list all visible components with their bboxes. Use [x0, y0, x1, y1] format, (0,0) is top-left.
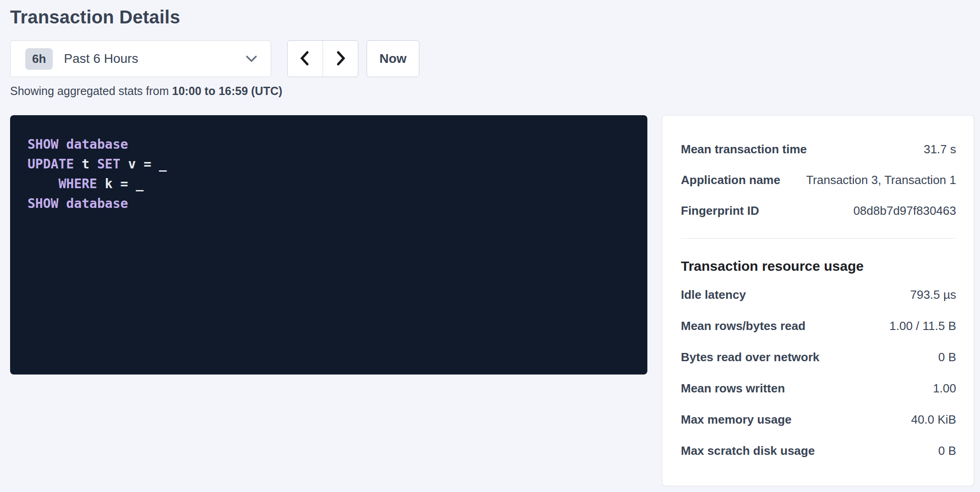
- sql-token: v = _: [120, 157, 167, 172]
- summary-row-label: Fingerprint ID: [681, 204, 768, 218]
- chevron-right-icon: [334, 50, 347, 68]
- summary-row-value: 08d8b7d97f830463: [853, 204, 956, 218]
- time-range-dropdown[interactable]: 6h Past 6 Hours: [10, 40, 271, 77]
- next-range-button[interactable]: [323, 41, 358, 77]
- summary-row-value: 31.7 s: [924, 142, 956, 157]
- resource-row-label: Max scratch disk usage: [681, 444, 824, 458]
- summary-row-mean-transaction-time: Mean transaction time 31.7 s: [681, 134, 956, 165]
- card-divider: [681, 238, 956, 239]
- resource-row-max-memory-usage: Max memory usage 40.0 KiB: [681, 404, 956, 435]
- sql-token: database: [66, 196, 128, 211]
- resource-row-mean-rows-bytes-read: Mean rows/bytes read 1.00 / 11.5 B: [681, 310, 956, 341]
- sql-token: WHERE: [58, 176, 97, 191]
- sql-token: SET: [97, 157, 121, 172]
- chevron-left-icon: [299, 50, 312, 68]
- sql-token: SHOW: [28, 137, 58, 152]
- sql-token: database: [66, 137, 128, 152]
- transaction-summary-card: Mean transaction time 31.7 s Application…: [662, 115, 974, 486]
- summary-row-value: Transaction 3, Transaction 1: [806, 173, 956, 187]
- stats-line-prefix: Showing aggregated stats from: [10, 84, 172, 97]
- resource-row-value: 0 B: [938, 444, 956, 458]
- sql-token: k = _: [97, 176, 144, 191]
- resource-usage-heading: Transaction resource usage: [681, 258, 956, 274]
- now-button[interactable]: Now: [367, 40, 419, 77]
- time-range-step-group: [287, 40, 358, 77]
- resource-row-max-scratch-disk-usage: Max scratch disk usage 0 B: [681, 435, 956, 466]
- resource-row-label: Mean rows/bytes read: [681, 319, 815, 333]
- resource-row-idle-latency: Idle latency 793.5 µs: [681, 279, 956, 310]
- resource-row-value: 40.0 KiB: [911, 413, 956, 427]
- resource-row-label: Bytes read over network: [681, 350, 829, 364]
- sql-statement-box: SHOW database UPDATE t SET v = _ WHERE k…: [10, 115, 647, 375]
- resource-row-label: Max memory usage: [681, 413, 801, 427]
- chevron-down-icon: [245, 55, 258, 63]
- resource-row-label: Idle latency: [681, 288, 755, 302]
- resource-row-value: 1.00 / 11.5 B: [889, 319, 956, 333]
- sql-token: [58, 137, 66, 152]
- resource-row-value: 793.5 µs: [910, 288, 956, 302]
- resource-row-label: Mean rows written: [681, 381, 794, 396]
- sql-token: [28, 176, 58, 191]
- sql-token: [58, 196, 66, 211]
- time-picker-row: 6h Past 6 Hours Now: [10, 40, 974, 77]
- time-range-badge: 6h: [25, 48, 53, 70]
- sql-statement-text: SHOW database UPDATE t SET v = _ WHERE k…: [28, 134, 634, 213]
- prev-range-button[interactable]: [288, 41, 323, 77]
- sql-token: SHOW: [28, 196, 58, 211]
- resource-row-mean-rows-written: Mean rows written 1.00: [681, 373, 956, 404]
- resource-row-value: 1.00: [933, 381, 956, 396]
- summary-row-label: Mean transaction time: [681, 142, 816, 157]
- summary-row-label: Application name: [681, 173, 790, 187]
- sql-token: UPDATE: [28, 157, 74, 172]
- time-range-label: Past 6 Hours: [64, 51, 138, 66]
- sql-token: t: [74, 157, 97, 172]
- stats-line-range: 10:00 to 16:59 (UTC): [172, 84, 282, 97]
- summary-row-fingerprint-id: Fingerprint ID 08d8b7d97f830463: [681, 196, 956, 226]
- resource-row-bytes-read-over-network: Bytes read over network 0 B: [681, 341, 956, 373]
- resource-row-value: 0 B: [938, 350, 956, 364]
- main-content: SHOW database UPDATE t SET v = _ WHERE k…: [10, 115, 974, 486]
- page-title: Transaction Details: [10, 6, 974, 28]
- transaction-details-page: Transaction Details 6h Past 6 Hours Now …: [0, 0, 980, 486]
- aggregated-stats-line: Showing aggregated stats from 10:00 to 1…: [10, 84, 974, 98]
- summary-row-application-name: Application name Transaction 3, Transact…: [681, 165, 956, 196]
